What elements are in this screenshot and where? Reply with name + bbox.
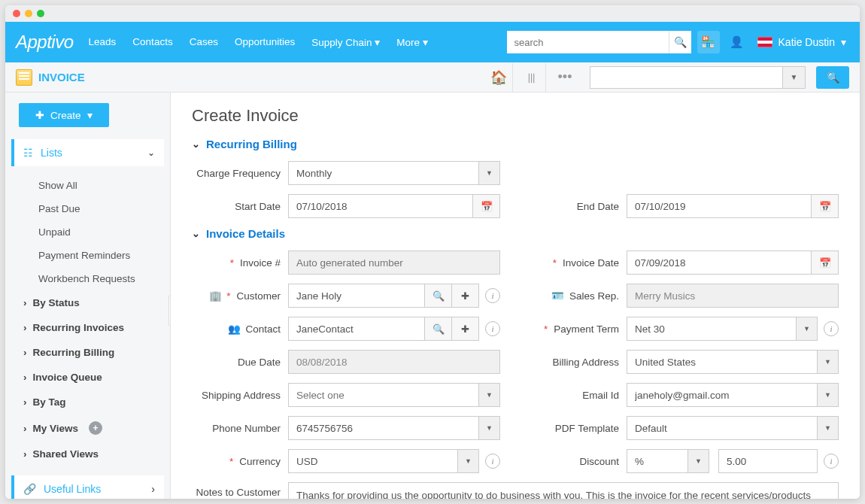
dropdown-icon[interactable]: ▼ bbox=[688, 449, 709, 473]
info-icon[interactable]: i bbox=[485, 321, 500, 336]
dropdown-icon[interactable]: ▼ bbox=[479, 161, 500, 185]
dropdown-icon[interactable]: ▼ bbox=[458, 449, 479, 473]
minimize-window-icon[interactable] bbox=[25, 10, 32, 17]
customer-input[interactable] bbox=[288, 284, 425, 308]
due-date-input bbox=[288, 350, 500, 374]
sidebar-show-all[interactable]: Show All bbox=[11, 174, 164, 197]
label-due-date: Due Date bbox=[192, 357, 288, 368]
sidebar-my-views[interactable]: My Views+ bbox=[11, 414, 164, 442]
sidebar-payment-reminders[interactable]: Payment Reminders bbox=[11, 244, 164, 267]
plus-icon[interactable]: ✚ bbox=[452, 284, 479, 308]
search-icon[interactable]: 🔍 bbox=[425, 317, 452, 341]
shipping-address-select[interactable] bbox=[288, 383, 479, 407]
email-select[interactable] bbox=[627, 383, 818, 407]
sidebar-shared-views[interactable]: Shared Views bbox=[11, 442, 164, 466]
sidebar-recurring-invoices[interactable]: Recurring Invoices bbox=[11, 315, 164, 340]
discount-type-select[interactable] bbox=[627, 449, 688, 473]
label-payment-term: *Payment Term bbox=[530, 323, 627, 335]
sidebar-past-due[interactable]: Past Due bbox=[11, 197, 164, 220]
chevron-right-icon bbox=[23, 396, 27, 408]
sidebar-collapse-button[interactable]: ◀ bbox=[168, 296, 171, 326]
search-input[interactable] bbox=[507, 31, 669, 53]
more-icon[interactable]: ••• bbox=[551, 63, 579, 92]
dropdown-icon[interactable]: ▼ bbox=[479, 416, 500, 440]
badge-icon: 🪪 bbox=[551, 289, 565, 302]
nav-opportunities[interactable]: Opportunities bbox=[235, 36, 295, 48]
main-nav: Apptivo Leads Contacts Cases Opportuniti… bbox=[5, 22, 860, 62]
calendar-icon[interactable]: 📅 bbox=[812, 250, 839, 275]
calendar-icon[interactable]: 📅 bbox=[812, 194, 839, 218]
profile-icon[interactable]: 👤 bbox=[726, 31, 748, 53]
sales-rep-input[interactable] bbox=[627, 284, 839, 308]
label-invoice-no: *Invoice # bbox=[192, 257, 288, 269]
sidebar-invoice-queue[interactable]: Invoice Queue bbox=[11, 365, 164, 390]
billing-address-select[interactable] bbox=[627, 350, 818, 374]
label-shipping-address: Shipping Address bbox=[192, 390, 288, 401]
maximize-window-icon[interactable] bbox=[37, 10, 44, 17]
calendar-icon[interactable]: 📅 bbox=[473, 194, 500, 218]
end-date-input[interactable] bbox=[627, 194, 812, 218]
sub-header: INVOICE 🏠 ⫼ ••• ▼ 🔍 bbox=[5, 62, 860, 93]
chevron-down-icon: ⌄ bbox=[147, 147, 155, 158]
nav-cases[interactable]: Cases bbox=[190, 36, 218, 48]
sidebar-by-status[interactable]: By Status bbox=[11, 290, 164, 315]
section-recurring-billing[interactable]: ⌄ Recurring Billing bbox=[192, 138, 839, 150]
module-search-button[interactable]: 🔍 bbox=[816, 66, 849, 89]
sidebar-lists-header[interactable]: ☷ Lists ⌄ bbox=[11, 139, 164, 166]
sidebar-by-tag[interactable]: By Tag bbox=[11, 390, 164, 414]
dropdown-icon[interactable]: ▼ bbox=[818, 350, 839, 374]
info-icon[interactable]: i bbox=[824, 454, 839, 469]
nav-leads[interactable]: Leads bbox=[89, 36, 117, 48]
phone-select[interactable] bbox=[288, 416, 479, 440]
chevron-right-icon bbox=[23, 297, 27, 308]
payment-term-select[interactable] bbox=[627, 317, 797, 341]
search-icon[interactable]: 🔍 bbox=[425, 284, 452, 308]
list-icon: ☷ bbox=[23, 147, 33, 159]
module-title[interactable]: INVOICE bbox=[16, 69, 85, 86]
nav-contacts[interactable]: Contacts bbox=[132, 36, 172, 48]
chevron-down-icon: ▾ bbox=[423, 37, 428, 48]
info-icon[interactable]: i bbox=[824, 321, 839, 336]
nav-more[interactable]: More ▾ bbox=[396, 36, 428, 48]
label-sales-rep: 🪪Sales Rep. bbox=[530, 289, 627, 302]
module-search-input[interactable] bbox=[590, 67, 782, 88]
charge-frequency-select[interactable] bbox=[288, 161, 479, 185]
sidebar-recurring-billing[interactable]: Recurring Billing bbox=[11, 340, 164, 365]
store-icon[interactable]: 🏪 bbox=[697, 31, 720, 53]
close-window-icon[interactable] bbox=[13, 10, 20, 17]
pdf-template-select[interactable] bbox=[627, 416, 818, 440]
create-button[interactable]: ✚ Create ▾ bbox=[19, 103, 109, 127]
label-pdf-template: PDF Template bbox=[530, 423, 627, 434]
global-search: 🔍 bbox=[507, 31, 691, 53]
plus-icon[interactable]: + bbox=[89, 421, 102, 435]
discount-value-input[interactable] bbox=[718, 449, 818, 473]
link-icon: 🔗 bbox=[23, 483, 36, 495]
nav-supply-chain[interactable]: Supply Chain ▾ bbox=[311, 36, 380, 48]
invoice-icon bbox=[16, 69, 32, 86]
plus-icon[interactable]: ✚ bbox=[452, 317, 479, 341]
contact-input[interactable] bbox=[288, 317, 425, 341]
dropdown-icon[interactable]: ▼ bbox=[818, 383, 839, 407]
info-icon[interactable]: i bbox=[485, 288, 500, 303]
dropdown-icon[interactable]: ▼ bbox=[818, 416, 839, 440]
search-button[interactable]: 🔍 bbox=[669, 31, 691, 53]
sidebar-useful-links[interactable]: 🔗 Useful Links › bbox=[11, 475, 164, 499]
dropdown-icon[interactable]: ▼ bbox=[797, 317, 818, 341]
page-title: Create Invoice bbox=[192, 106, 839, 126]
currency-select[interactable] bbox=[288, 449, 458, 473]
start-date-input[interactable] bbox=[288, 194, 473, 218]
invoice-date-input[interactable] bbox=[627, 250, 812, 275]
user-menu[interactable]: Katie Dustin ▾ bbox=[754, 36, 849, 48]
info-icon[interactable]: i bbox=[485, 454, 500, 469]
label-start-date: Start Date bbox=[192, 201, 288, 212]
app-logo[interactable]: Apptivo bbox=[16, 32, 74, 53]
chevron-right-icon bbox=[23, 347, 27, 358]
dropdown-icon[interactable]: ▼ bbox=[479, 383, 500, 407]
sidebar-unpaid[interactable]: Unpaid bbox=[11, 220, 164, 244]
section-invoice-details[interactable]: ⌄ Invoice Details bbox=[192, 227, 839, 240]
sidebar-workbench-requests[interactable]: Workbench Requests bbox=[11, 267, 164, 290]
notes-textarea[interactable] bbox=[288, 482, 839, 499]
chart-icon[interactable]: ⫼ bbox=[517, 63, 546, 92]
search-dropdown[interactable]: ▼ bbox=[782, 67, 805, 88]
home-icon[interactable]: 🏠 bbox=[484, 63, 513, 92]
